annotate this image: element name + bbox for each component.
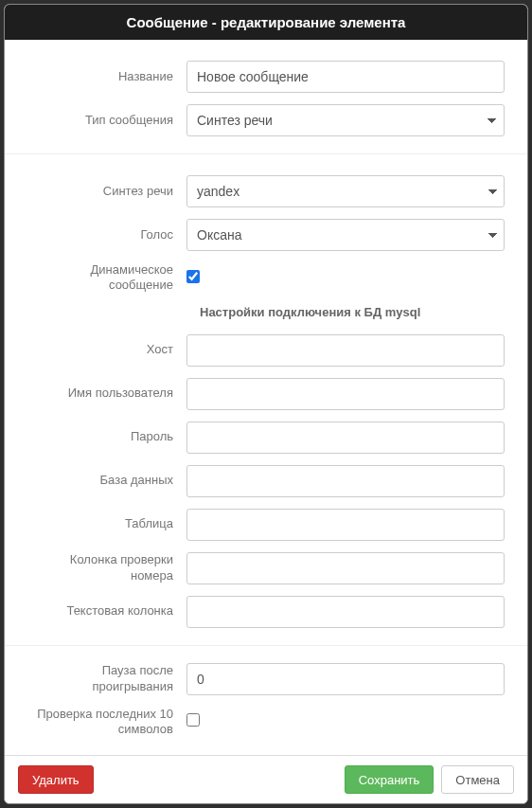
- row-tts: Синтез речи yandex: [27, 175, 505, 207]
- row-type: Тип сообщения Синтез речи: [27, 104, 505, 136]
- dialog-title: Сообщение - редактирование элемента: [5, 5, 527, 40]
- cancel-button[interactable]: Отмена: [441, 765, 514, 794]
- section-tts: Синтез речи yandex Голос Оксана: [5, 154, 527, 646]
- table-input[interactable]: [186, 509, 505, 541]
- tts-select[interactable]: yandex: [186, 175, 505, 207]
- row-database: База данных: [27, 465, 505, 497]
- row-check-col: Колонка проверки номера: [27, 552, 505, 584]
- row-dynamic: Динамическое сообщение: [27, 262, 505, 294]
- db-heading: Настройки подключения к БД mysql: [200, 305, 505, 319]
- section-general: Название Тип сообщения Синтез речи: [5, 40, 527, 154]
- voice-label: Голос: [27, 227, 186, 242]
- host-label: Хост: [27, 342, 186, 357]
- save-button[interactable]: Сохранить: [345, 765, 434, 794]
- row-check10: Проверка последних 10 символов: [27, 707, 505, 738]
- password-label: Пароль: [27, 429, 186, 444]
- user-input[interactable]: [186, 378, 505, 410]
- row-voice: Голос Оксана: [27, 219, 505, 251]
- type-label: Тип сообщения: [27, 113, 186, 128]
- name-input[interactable]: [186, 61, 505, 93]
- row-user: Имя пользователя: [27, 378, 505, 410]
- pause-label: Пауза после проигрывания: [27, 663, 186, 694]
- check10-checkbox[interactable]: [186, 713, 200, 727]
- table-label: Таблица: [27, 516, 186, 531]
- tts-label: Синтез речи: [27, 184, 186, 199]
- database-label: База данных: [27, 473, 186, 488]
- dynamic-checkbox[interactable]: [186, 270, 200, 283]
- delete-button[interactable]: Удалить: [18, 765, 94, 794]
- text-col-label: Текстовая колонка: [27, 603, 186, 619]
- dialog-body: Название Тип сообщения Синтез речи: [5, 40, 527, 755]
- check-col-input[interactable]: [186, 552, 505, 584]
- section-extra: Пауза после проигрывания Проверка послед…: [5, 646, 527, 747]
- host-input[interactable]: [186, 334, 505, 367]
- row-text-col: Текстовая колонка: [27, 596, 505, 628]
- voice-select[interactable]: Оксана: [186, 219, 505, 251]
- row-name: Название: [27, 61, 505, 93]
- row-pause: Пауза после проигрывания: [27, 663, 505, 695]
- pause-input[interactable]: [186, 663, 505, 695]
- database-input[interactable]: [186, 465, 505, 497]
- dialog: Сообщение - редактирование элемента Назв…: [4, 4, 528, 804]
- dialog-footer: Удалить Сохранить Отмена: [5, 755, 527, 803]
- row-password: Пароль: [27, 422, 505, 454]
- check10-label: Проверка последних 10 символов: [27, 707, 186, 738]
- row-table: Таблица: [27, 509, 505, 541]
- type-select[interactable]: Синтез речи: [186, 104, 505, 136]
- dynamic-label: Динамическое сообщение: [27, 262, 186, 294]
- text-col-input[interactable]: [186, 596, 505, 628]
- scroll-area[interactable]: Название Тип сообщения Синтез речи: [5, 40, 527, 755]
- check-col-label: Колонка проверки номера: [27, 552, 186, 584]
- name-label: Название: [27, 69, 186, 84]
- user-label: Имя пользователя: [27, 386, 186, 401]
- password-input[interactable]: [186, 422, 505, 454]
- row-host: Хост: [27, 334, 505, 367]
